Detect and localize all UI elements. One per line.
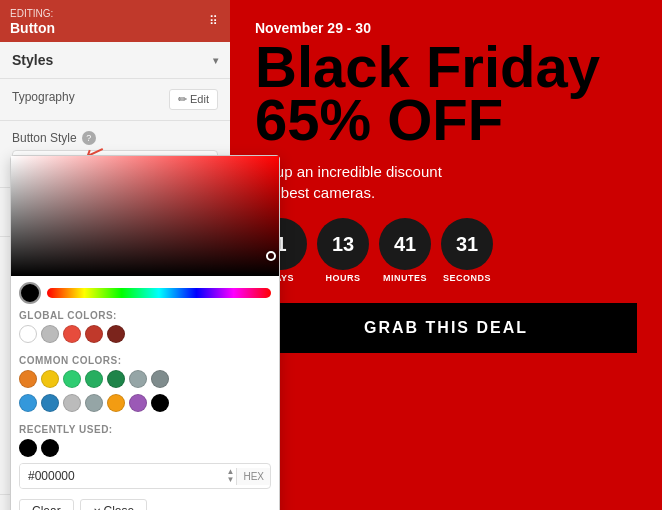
recently-used-section: RECENTLY USED: xyxy=(11,418,279,457)
left-panel: EDITING: Button ⠿ Styles ▾ Typography Ed… xyxy=(0,0,230,510)
swatch-red1[interactable] xyxy=(63,325,81,343)
edit-button[interactable]: Edit xyxy=(169,89,218,110)
recently-used-label: RECENTLY USED: xyxy=(19,424,271,435)
global-colors-label: GLOBAL COLORS: xyxy=(19,310,271,321)
common-color-swatches-row1 xyxy=(19,370,271,388)
swatch-darkgreen[interactable] xyxy=(107,370,125,388)
grab-deal-button[interactable]: GRAB THIS DEAL xyxy=(255,303,637,353)
countdown-minutes: 41 MINUTES xyxy=(379,218,431,283)
styles-label: Styles xyxy=(12,52,53,68)
swatch-purple[interactable] xyxy=(129,394,147,412)
typography-label: Typography xyxy=(12,90,75,104)
button-style-field-label: Button Style ? xyxy=(12,131,218,145)
swatch-gray3[interactable] xyxy=(85,394,103,412)
hex-input[interactable] xyxy=(20,464,225,488)
typography-row: Typography Edit xyxy=(12,89,218,110)
recently-used-swatches xyxy=(19,439,271,457)
common-color-swatches-row2 xyxy=(19,394,271,412)
spectrum-bar-row xyxy=(11,276,279,304)
right-panel: November 29 - 30 Black Friday 65% OFF ap… xyxy=(230,0,662,510)
spectrum-bar[interactable] xyxy=(47,288,271,298)
color-picker-popup: GLOBAL COLORS: COMMON COLORS: xyxy=(10,155,280,510)
swatch-black-recent2[interactable] xyxy=(41,439,59,457)
swatch-orange2[interactable] xyxy=(107,394,125,412)
editing-context: EDITING: xyxy=(10,8,53,19)
global-color-swatches xyxy=(19,325,271,343)
typography-section: Typography Edit xyxy=(0,79,230,121)
swatch-darkred[interactable] xyxy=(107,325,125,343)
countdown-row: 1 DAYS 13 HOURS 41 MINUTES 31 SECONDS xyxy=(255,218,637,283)
swatch-lightgray[interactable] xyxy=(41,325,59,343)
editing-header: EDITING: Button ⠿ xyxy=(0,0,230,42)
current-color-circle xyxy=(19,282,41,304)
common-colors-label: COMMON COLORS: xyxy=(19,355,271,366)
swatch-black-recent1[interactable] xyxy=(19,439,37,457)
countdown-hours-value: 13 xyxy=(317,218,369,270)
gradient-cursor xyxy=(266,251,276,261)
swatch-blue2[interactable] xyxy=(41,394,59,412)
hex-arrows: ▲ ▼ xyxy=(225,466,237,486)
countdown-hours: 13 HOURS xyxy=(317,218,369,283)
styles-chevron-icon[interactable]: ▾ xyxy=(213,55,218,66)
editing-element: Button xyxy=(10,20,55,36)
hex-label: HEX xyxy=(236,468,270,485)
banner-subtext: ap up an incredible discount our best ca… xyxy=(255,161,637,203)
swatch-red2[interactable] xyxy=(85,325,103,343)
common-colors-section: COMMON COLORS: xyxy=(11,349,279,412)
swatch-lime[interactable] xyxy=(63,370,81,388)
swatch-gray1[interactable] xyxy=(129,370,147,388)
countdown-seconds-label: SECONDS xyxy=(441,273,493,283)
swatch-black-common[interactable] xyxy=(151,394,169,412)
countdown-hours-label: HOURS xyxy=(317,273,369,283)
picker-footer: Clear Close xyxy=(11,493,279,510)
close-button[interactable]: Close xyxy=(80,499,147,510)
countdown-seconds-value: 31 xyxy=(441,218,493,270)
global-colors-section: GLOBAL COLORS: xyxy=(11,304,279,343)
swatch-white[interactable] xyxy=(19,325,37,343)
swatch-gray2[interactable] xyxy=(151,370,169,388)
swatch-yellow[interactable] xyxy=(41,370,59,388)
hex-down-arrow[interactable]: ▼ xyxy=(227,476,235,484)
color-gradient[interactable] xyxy=(11,156,279,276)
clear-button[interactable]: Clear xyxy=(19,499,74,510)
banner-content: November 29 - 30 Black Friday 65% OFF ap… xyxy=(230,0,662,373)
styles-header: Styles ▾ xyxy=(12,52,218,68)
swatch-blue1[interactable] xyxy=(19,394,37,412)
hex-input-row: ▲ ▼ HEX xyxy=(19,463,271,489)
countdown-minutes-value: 41 xyxy=(379,218,431,270)
swatch-green[interactable] xyxy=(85,370,103,388)
countdown-minutes-label: MINUTES xyxy=(379,273,431,283)
countdown-seconds: 31 SECONDS xyxy=(441,218,493,283)
swatch-lgray2[interactable] xyxy=(63,394,81,412)
swatch-orange[interactable] xyxy=(19,370,37,388)
help-icon[interactable]: ? xyxy=(82,131,96,145)
banner-discount: 65% OFF xyxy=(255,91,637,149)
styles-section: Styles ▾ xyxy=(0,42,230,79)
dots-icon[interactable]: ⠿ xyxy=(209,14,220,28)
